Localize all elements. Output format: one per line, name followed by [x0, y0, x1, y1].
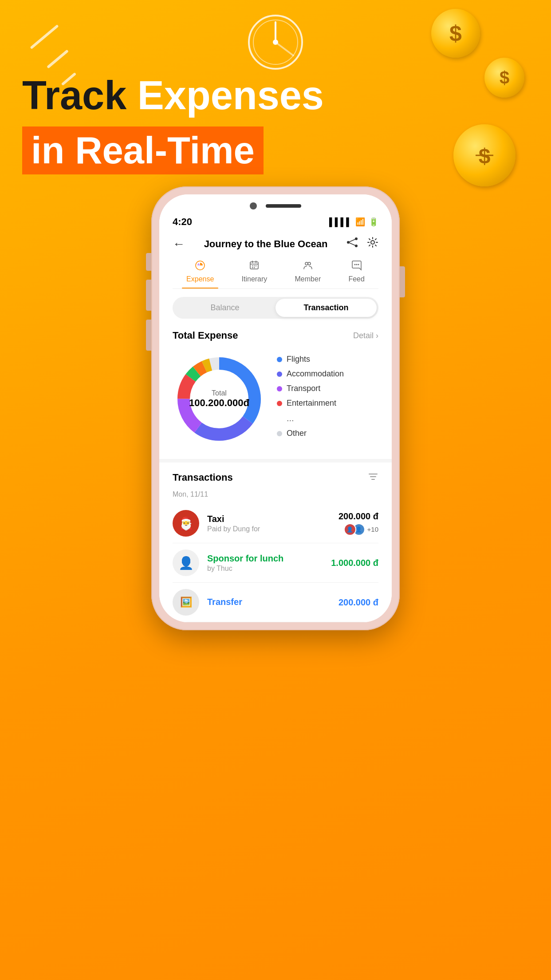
tab-member-label: Member	[295, 275, 321, 283]
transaction-taxi[interactable]: 🎅 Taxi Paid by Dung for 200.000 đ 👤 👤 +1	[173, 504, 378, 543]
balance-toggle[interactable]: Balance	[174, 299, 276, 317]
transaction-transfer[interactable]: 🖼️ Transfer 200.000 đ	[173, 583, 378, 622]
legend-other: Other	[277, 429, 378, 438]
coin-1: $	[431, 9, 480, 58]
transactions-title: Transactions	[173, 472, 233, 483]
coin-3: $	[453, 124, 516, 186]
legend-label-entertainment: Entertainment	[287, 399, 336, 408]
legend-label-transport: Transport	[287, 384, 320, 393]
app-header: ← Journey to the Blue Ocean	[173, 230, 378, 256]
svg-point-23	[308, 262, 311, 265]
tab-bar: Expense	[173, 256, 378, 289]
transaction-name-transfer: Transfer	[207, 597, 331, 607]
tab-expense[interactable]: Expense	[177, 256, 223, 288]
avatar-stack-taxi: 👤 👤 +10	[338, 523, 378, 536]
transaction-amount-taxi: 200.000 đ	[338, 511, 378, 522]
status-time: 4:20	[173, 216, 192, 228]
settings-icon[interactable]	[367, 237, 378, 251]
chart-legend: Flights Accommodation Transport	[277, 355, 378, 443]
svg-point-26	[358, 264, 359, 265]
transaction-amount-lunch: 1.000.000 đ	[331, 558, 378, 568]
legend-dot-other	[277, 431, 282, 436]
transaction-right-transfer: 200.000 đ	[338, 597, 378, 608]
wifi-icon: 📶	[355, 217, 365, 227]
transaction-sub-taxi: Paid by Dung for	[207, 525, 331, 533]
chart-area: Total 100.200.000đ Flights	[173, 348, 378, 454]
detail-link[interactable]: Detail ›	[353, 331, 378, 340]
expense-tab-icon	[195, 260, 205, 273]
svg-point-24	[354, 264, 355, 265]
back-button[interactable]: ←	[173, 237, 185, 251]
avatar-small-1: 👤	[344, 523, 356, 536]
transactions-content: Transactions Mon, 11/11 🎅	[159, 462, 392, 622]
status-icons: ▌▌▌▌ 📶 🔋	[329, 217, 378, 227]
svg-point-21	[254, 267, 255, 268]
donut-chart: Total 100.200.000đ	[173, 352, 266, 446]
phone-volume-up-button	[146, 280, 151, 311]
legend-more: ...	[287, 413, 378, 423]
section-divider	[159, 459, 392, 462]
signal-icon: ▌▌▌▌	[329, 217, 352, 227]
svg-line-11	[348, 242, 356, 246]
transaction-right-lunch: 1.000.000 đ	[331, 558, 378, 568]
legend-label-accommodation: Accommodation	[287, 369, 344, 379]
phone-outer: 4:20 ▌▌▌▌ 📶 🔋 ← Journey to the Blue Ocea…	[151, 186, 400, 630]
date-label: Mon, 11/11	[173, 490, 378, 498]
header-actions	[346, 237, 378, 251]
headline-realtime: in Real-Time	[22, 126, 264, 174]
phone-power-button	[400, 266, 405, 297]
camera-dot	[250, 202, 257, 209]
legend-accommodation: Accommodation	[277, 369, 378, 379]
donut-label: Total	[189, 389, 249, 397]
tab-feed[interactable]: Feed	[339, 256, 373, 288]
battery-icon: 🔋	[369, 217, 378, 227]
svg-point-12	[371, 241, 374, 244]
legend-label-other: Other	[287, 429, 307, 438]
coin-2: $	[484, 58, 524, 98]
tab-member[interactable]: Member	[286, 256, 330, 288]
svg-point-25	[356, 264, 357, 265]
legend-dot-entertainment	[277, 401, 282, 406]
tab-feed-label: Feed	[348, 275, 364, 283]
phone-volume-down-button	[146, 320, 151, 351]
transaction-sub-lunch: by Thuc	[207, 565, 323, 573]
transaction-toggle[interactable]: Transaction	[276, 299, 377, 317]
tab-itinerary-label: Itinerary	[242, 275, 268, 283]
legend-dot-flights	[277, 357, 282, 362]
headline-expenses: Expenses	[138, 73, 324, 118]
expense-title: Total Expense	[173, 330, 238, 341]
legend-flights: Flights	[277, 355, 378, 364]
svg-point-17	[252, 265, 253, 266]
transaction-lunch[interactable]: 👤 Sponsor for lunch by Thuc 1.000.000 đ	[173, 543, 378, 583]
svg-point-6	[273, 40, 278, 45]
filter-icon[interactable]	[368, 471, 378, 484]
headline-container: Track Expenses in Real-Time	[22, 75, 324, 174]
phone-screen: 4:20 ▌▌▌▌ 📶 🔋 ← Journey to the Blue Ocea…	[159, 194, 392, 622]
page-title: Journey to the Blue Ocean	[204, 238, 328, 250]
toggle-container: Balance Transaction	[173, 297, 378, 319]
transaction-amount-transfer: 200.000 đ	[338, 597, 378, 608]
legend-label-flights: Flights	[287, 355, 310, 364]
transaction-info-taxi: Taxi Paid by Dung for	[207, 514, 331, 533]
legend-entertainment: Entertainment	[277, 399, 378, 408]
feed-tab-icon	[351, 260, 362, 273]
svg-point-20	[252, 267, 253, 268]
transaction-avatar-lunch: 👤	[173, 549, 199, 576]
donut-center: Total 100.200.000đ	[189, 389, 249, 409]
transactions-section: Transactions Mon, 11/11 🎅	[173, 462, 378, 622]
app-content: ← Journey to the Blue Ocean	[159, 230, 392, 459]
tab-itinerary[interactable]: Itinerary	[233, 256, 276, 288]
donut-amount: 100.200.000đ	[189, 397, 249, 409]
expense-header: Total Expense Detail ›	[173, 330, 378, 341]
svg-point-9	[347, 241, 350, 244]
transaction-avatar-taxi: 🎅	[173, 510, 199, 537]
share-icon[interactable]	[346, 237, 358, 251]
svg-line-5	[276, 42, 293, 55]
transaction-avatar-transfer: 🖼️	[173, 589, 199, 616]
phone-mute-button	[146, 253, 151, 271]
speaker-bar	[266, 204, 301, 208]
transaction-info-lunch: Sponsor for lunch by Thuc	[207, 553, 323, 573]
transactions-header: Transactions	[173, 471, 378, 484]
expense-section: Total Expense Detail ›	[173, 325, 378, 459]
status-bar: 4:20 ▌▌▌▌ 📶 🔋	[159, 212, 392, 230]
